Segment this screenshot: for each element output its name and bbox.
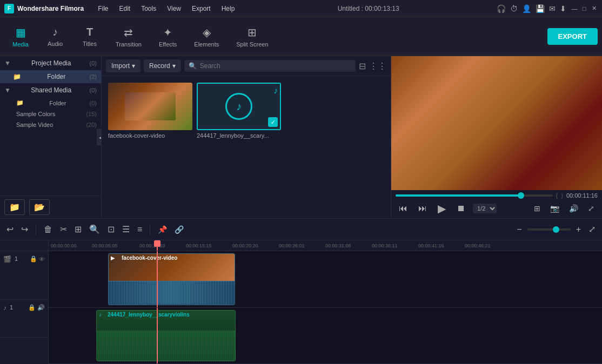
speed-select[interactable]: 1/2 1/1 — [473, 204, 497, 213]
effects-icon: ✦ — [163, 26, 172, 39]
progress-handle[interactable] — [518, 192, 524, 199]
save-icon[interactable]: 💾 — [536, 4, 545, 13]
add-subfolder-button[interactable]: 📂 — [29, 199, 50, 215]
import-button[interactable]: Import ▾ — [106, 59, 141, 72]
audio-clip[interactable]: ♪ 244417_lennyboy__scaryviolins — [96, 310, 236, 362]
toolbar-elements[interactable]: ◈ Elements — [186, 23, 226, 51]
delete-button[interactable]: 🗑 — [42, 223, 55, 237]
audio-track-row: ♪ 244417_lennyboy__scaryviolins ✂ — [49, 308, 602, 365]
main-area: ▼ Project Media (0) 📁 Folder (2) ▼ Share… — [0, 56, 602, 218]
ruler-mark-0: 00:00:00:00 — [51, 243, 77, 248]
effects-timeline-button[interactable]: ≡ — [135, 223, 144, 237]
zoom-out-button[interactable]: ⊡ — [105, 222, 117, 237]
timeline-tracks: 00:00:00:00 00:00:05:05 00:00:10:10 00:0… — [49, 240, 602, 364]
window-controls: — □ ✕ — [571, 5, 598, 12]
zoom-fit-button[interactable]: 🔍 — [87, 222, 102, 237]
sample-video-name: Sample Video — [16, 122, 53, 128]
new-folder-button[interactable]: 📁 — [4, 199, 25, 215]
shared-folder-item[interactable]: 📁 Folder (0) — [0, 97, 101, 109]
record-dropdown-icon: ▾ — [172, 62, 176, 70]
shared-media-section[interactable]: ▼ Shared Media (0) — [0, 83, 101, 97]
track-labels: 🎬 1 🔒 👁 ♪ 1 🔒 🔊 — [0, 240, 49, 364]
toolbar-media-label: Media — [12, 41, 29, 48]
collapse-panel-button[interactable]: ◀ — [97, 129, 102, 145]
snap-button[interactable]: 📌 — [156, 223, 169, 236]
toolbar-transition[interactable]: ⇄ Transition — [108, 23, 149, 51]
more-options-button[interactable]: ⤢ — [585, 203, 598, 214]
fullscreen-button[interactable]: ⊞ — [531, 203, 544, 214]
maximize-button[interactable]: □ — [580, 5, 588, 12]
crop-button[interactable]: ⊞ — [72, 222, 84, 237]
progress-bar[interactable] — [396, 194, 553, 197]
zoom-slider[interactable] — [527, 228, 571, 231]
video-audio-wave — [109, 281, 235, 304]
toolbar-titles[interactable]: T Titles — [73, 23, 106, 50]
project-media-section[interactable]: ▼ Project Media (0) — [0, 56, 101, 70]
zoom-plus-button[interactable]: + — [574, 223, 583, 237]
mark-in-icon[interactable]: { — [556, 192, 558, 199]
toolbar-media[interactable]: ▦ Media — [4, 23, 37, 51]
minimize-button[interactable]: — — [571, 5, 578, 12]
mail-icon[interactable]: ✉ — [549, 4, 556, 13]
menu-edit[interactable]: Edit — [113, 3, 136, 15]
menu-tools[interactable]: Tools — [136, 3, 162, 15]
volume-button[interactable]: 🔊 — [566, 203, 581, 214]
download-icon[interactable]: ⬇ — [560, 4, 566, 13]
video-hide-button[interactable]: 👁 — [39, 255, 45, 262]
menu-help[interactable]: Help — [216, 3, 240, 15]
user-icon[interactable]: 👤 — [522, 4, 531, 13]
play-button[interactable]: ▶ — [434, 201, 449, 216]
search-input[interactable] — [200, 62, 351, 70]
expand-shared-icon: ▼ — [4, 86, 11, 94]
main-toolbar: ▦ Media ♪ Audio T Titles ⇄ Transition ✦ … — [0, 17, 602, 56]
video-thumb-bg — [108, 83, 192, 130]
toolbar-audio[interactable]: ♪ Audio — [39, 23, 71, 50]
video-clip-thumbnail: ▶ facebook-cover-video — [109, 254, 235, 281]
filter-icon[interactable]: ⊟ — [359, 61, 366, 71]
view-options-icon[interactable]: ⋮⋮ — [369, 61, 386, 71]
audio-lock-button[interactable]: 🔒 — [28, 304, 36, 311]
menu-view[interactable]: View — [162, 3, 186, 15]
media-item-audio[interactable]: ♪ ♪ ✓ 244417_lennyboy__scary... — [197, 83, 281, 139]
undo-button[interactable]: ↩ — [4, 222, 16, 237]
import-dropdown-icon: ▾ — [132, 62, 135, 70]
stop-button[interactable]: ⏹ — [453, 203, 469, 214]
preview-controls: { } 00:00:11:16 ⏮ ⏭ ▶ ⏹ 1/2 1/1 ⊞ 📷 🔊 ⤢ — [391, 190, 602, 218]
folder-item[interactable]: 📁 Folder (2) — [0, 70, 101, 83]
prev-frame-button[interactable]: ⏮ — [396, 203, 411, 214]
toolbar-splitscreen[interactable]: ⊞ Split Screen — [229, 23, 276, 51]
ruler-mark-8: 00:00:41:16 — [418, 243, 444, 248]
mark-out-icon[interactable]: } — [561, 192, 563, 199]
snapshot-button[interactable]: 📷 — [547, 203, 563, 214]
expand-timeline-button[interactable]: ⤢ — [586, 222, 598, 237]
ruler-mark-4: 00:00:20:20 — [232, 243, 258, 248]
record-button[interactable]: Record ▾ — [144, 59, 181, 72]
audio-volume-button[interactable]: 🔊 — [37, 304, 45, 311]
ruler-mark-9: 00:00:46:21 — [465, 243, 491, 248]
audio-thumbnail: ♪ ♪ ✓ — [197, 83, 281, 130]
media-item-video[interactable]: facebook-cover-video — [108, 83, 192, 139]
sample-colors-item[interactable]: Sample Colors (15) — [0, 109, 101, 119]
video-track-row: ▶ facebook-cover-video — [49, 251, 602, 308]
export-button[interactable]: EXPORT — [547, 28, 598, 45]
close-button[interactable]: ✕ — [590, 5, 598, 12]
zoom-minus-button[interactable]: − — [514, 223, 524, 237]
menu-file[interactable]: File — [92, 3, 113, 15]
headset-icon[interactable]: 🎧 — [497, 4, 506, 13]
menu-export[interactable]: Export — [186, 3, 216, 15]
video-clip[interactable]: ▶ facebook-cover-video — [108, 253, 235, 305]
ruler-spacer — [0, 240, 48, 251]
document-title: Untitled : 00:00:13:13 — [240, 5, 497, 12]
preview-panel: { } 00:00:11:16 ⏮ ⏭ ▶ ⏹ 1/2 1/1 ⊞ 📷 🔊 ⤢ — [391, 56, 602, 218]
redo-button[interactable]: ↪ — [19, 222, 30, 237]
audio-track-controls: 🔒 🔊 — [28, 304, 45, 311]
sample-video-item[interactable]: Sample Video (20) — [0, 119, 101, 130]
audio-icon: ♪ — [52, 26, 58, 38]
cut-button[interactable]: ✂ — [58, 222, 69, 237]
clock-icon[interactable]: ⏱ — [510, 4, 518, 13]
video-lock-button[interactable]: 🔒 — [30, 255, 37, 262]
step-back-button[interactable]: ⏭ — [415, 203, 430, 214]
link-button[interactable]: 🔗 — [172, 223, 186, 236]
toolbar-effects[interactable]: ✦ Effects — [151, 23, 184, 51]
motion-button[interactable]: ☰ — [120, 222, 132, 237]
